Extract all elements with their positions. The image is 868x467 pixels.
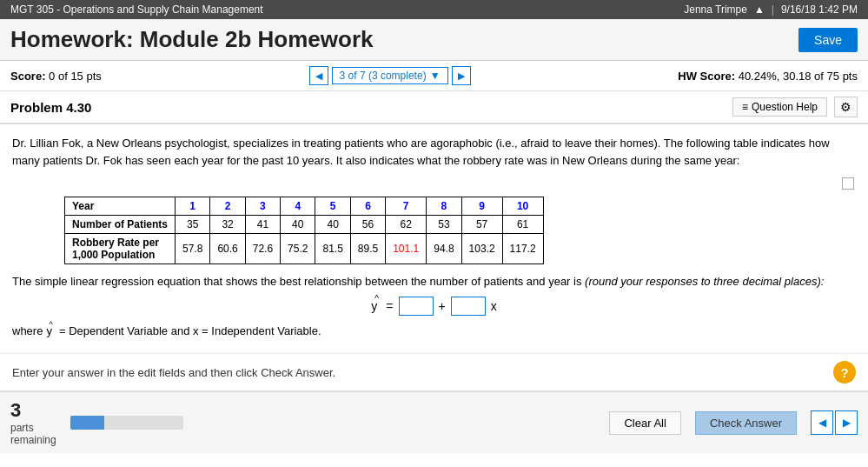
nav-center: ◀ 3 of 7 (3 complete) ▼ ▶	[309, 66, 471, 85]
parts-info: 3 partsremaining	[10, 399, 56, 446]
settings-button[interactable]: ⚙	[834, 97, 858, 117]
cell-patients-7: 62	[386, 216, 427, 234]
score-value: 0 of 15 pts	[49, 70, 102, 83]
divider: |	[772, 3, 774, 16]
prev-question-button[interactable]: ◀	[309, 66, 328, 85]
bottom-next-button[interactable]: ▶	[835, 410, 858, 435]
datetime: 9/16/18 1:42 PM	[781, 3, 858, 16]
cell-robbery-2: 60.6	[210, 234, 245, 264]
top-bar-right: Jenna Trimpe ▲ | 9/16/18 1:42 PM	[684, 3, 858, 16]
equation-instruction-italic: (round your responses to three decimal p…	[585, 275, 824, 288]
course-title: MGT 305 - Operations and Supply Chain Ma…	[10, 3, 263, 16]
check-answer-button[interactable]: Check Answer	[695, 411, 797, 435]
problem-header-right: ≡ Question Help ⚙	[732, 97, 858, 117]
user-icon: ▲	[754, 3, 765, 16]
cell-robbery-1: 57.8	[176, 234, 210, 264]
cell-patients-5: 40	[315, 216, 350, 234]
y-hat-symbol: y	[371, 299, 381, 313]
cell-robbery-6: 89.5	[350, 234, 385, 264]
cell-patients-1: 35	[176, 216, 210, 234]
next-question-button[interactable]: ▶	[452, 66, 471, 85]
question-help-button[interactable]: ≡ Question Help	[732, 97, 827, 117]
cell-robbery-4: 75.2	[281, 234, 315, 264]
dropdown-icon: ▼	[430, 70, 441, 82]
cell-robbery-5: 81.5	[315, 234, 350, 264]
col-header-7: 7	[386, 197, 427, 216]
page-title: Homework: Module 2b Homework	[10, 26, 374, 53]
col-header-8: 8	[427, 197, 461, 216]
username: Jenna Trimpe	[684, 3, 747, 16]
bottom-bar: 3 partsremaining Clear All Check Answer …	[0, 390, 868, 453]
cell-patients-2: 32	[210, 216, 245, 234]
row-label-robbery: Robbery Rate per1,000 Population	[65, 234, 176, 264]
clear-all-button[interactable]: Clear All	[609, 411, 680, 435]
cell-patients-6: 56	[350, 216, 385, 234]
parts-number: 3	[10, 399, 56, 422]
cell-robbery-8: 94.8	[427, 234, 461, 264]
nav-text: 3 of 7 (3 complete)	[340, 70, 427, 82]
problem-title: Problem 4.30	[10, 100, 91, 115]
cell-robbery-10: 117.2	[502, 234, 543, 264]
score-label: Score:	[10, 70, 45, 83]
col-header-6: 6	[350, 197, 385, 216]
cell-patients-3: 41	[245, 216, 280, 234]
equation-intro: The simple linear regression equation th…	[12, 275, 856, 288]
help-button[interactable]: ?	[833, 361, 856, 384]
data-table: Year 1 2 3 4 5 6 7 8 9 10 Nu	[64, 197, 544, 264]
col-header-5: 5	[315, 197, 350, 216]
problem-header: Problem 4.30 ≡ Question Help ⚙	[0, 91, 868, 124]
parts-label: partsremaining	[10, 422, 56, 446]
data-table-container: Year 1 2 3 4 5 6 7 8 9 10 Nu	[64, 197, 804, 264]
hw-score-value: 40.24%, 30.18 of 75 pts	[739, 70, 858, 83]
score-info: Score: 0 of 15 pts	[10, 70, 102, 83]
cell-patients-8: 53	[427, 216, 461, 234]
intercept-input[interactable]	[399, 297, 434, 316]
list-icon: ≡	[742, 101, 748, 113]
progress-bar-container	[70, 416, 183, 430]
progress-bar-fill	[70, 416, 104, 430]
main-content: Dr. Lillian Fok, a New Orleans psycholog…	[0, 124, 868, 353]
where-label: where	[12, 324, 43, 337]
cell-robbery-9: 103.2	[461, 234, 502, 264]
cell-robbery-3: 72.6	[245, 234, 280, 264]
question-mark-icon: ?	[840, 365, 848, 380]
problem-description: Dr. Lillian Fok, a New Orleans psycholog…	[12, 135, 856, 169]
plus-sign: +	[439, 299, 446, 313]
col-header-9: 9	[461, 197, 502, 216]
header: Homework: Module 2b Homework Save	[0, 19, 868, 61]
instruction-text: Enter your answer in the edit fields and…	[12, 366, 335, 379]
cell-patients-9: 57	[461, 216, 502, 234]
hw-score-info: HW Score: 40.24%, 30.18 of 75 pts	[678, 70, 858, 83]
equals-sign: =	[386, 299, 393, 313]
variable-note: where y = Dependent Variable and x = Ind…	[12, 324, 856, 337]
col-header-4: 4	[281, 197, 315, 216]
table-row: Number of Patients 35 32 41 40 40 56 62 …	[65, 216, 544, 234]
top-bar: MGT 305 - Operations and Supply Chain Ma…	[0, 0, 868, 19]
corner-box-icon	[842, 177, 854, 190]
question-help-label: Question Help	[752, 101, 818, 113]
gear-icon: ⚙	[840, 100, 851, 114]
equation-row: y = + x	[12, 297, 856, 316]
variable-explanation: = Dependent Variable and x = Independent…	[59, 324, 321, 337]
cell-patients-4: 40	[281, 216, 315, 234]
col-header-1: 1	[176, 197, 210, 216]
cell-robbery-7: 101.1	[386, 234, 427, 264]
table-row: Robbery Rate per1,000 Population 57.8 60…	[65, 234, 544, 264]
save-button[interactable]: Save	[798, 28, 858, 52]
x-variable: x	[491, 299, 497, 313]
score-bar: Score: 0 of 15 pts ◀ 3 of 7 (3 complete)…	[0, 61, 868, 91]
col-header-year: Year	[65, 197, 176, 216]
bottom-nav: ◀ ▶	[811, 410, 858, 435]
col-header-3: 3	[245, 197, 280, 216]
bottom-prev-button[interactable]: ◀	[811, 410, 833, 435]
col-header-2: 2	[210, 197, 245, 216]
row-label-patients: Number of Patients	[65, 216, 176, 234]
y-hat-note-symbol: y	[46, 324, 56, 337]
col-header-10: 10	[502, 197, 543, 216]
instruction-bar: Enter your answer in the edit fields and…	[0, 353, 868, 390]
table-wrapper: Year 1 2 3 4 5 6 7 8 9 10 Nu	[12, 177, 856, 264]
cell-patients-10: 61	[502, 216, 543, 234]
question-nav-dropdown[interactable]: 3 of 7 (3 complete) ▼	[332, 67, 448, 84]
hw-score-label: HW Score:	[678, 70, 735, 83]
slope-input[interactable]	[451, 297, 486, 316]
